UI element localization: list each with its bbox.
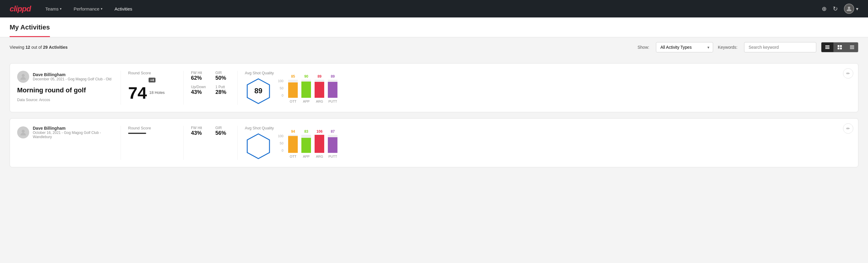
svg-rect-10 [850,48,854,48]
bar-wrapper [301,135,311,153]
bar-wrapper [315,80,324,98]
one-putt-label: 1 Putt [215,85,230,89]
user-date: December 05, 2021 - Gog Magog Golf Club … [33,77,111,81]
card-divider [121,71,121,105]
one-putt-value: 28% [215,89,230,95]
nav-items: Teams ▾ Performance ▾ Activities [40,4,812,14]
user-info: Dave Billingham October 16, 2021 - Gog M… [17,126,114,139]
nav-performance-label: Performance [74,6,99,11]
bar-value: 106 [316,129,322,134]
activity-type-filter[interactable]: All Activity Types [656,42,713,52]
bar-label: PUTT [329,155,337,158]
gir-stat: GIR 56% [215,126,230,136]
user-date: October 16, 2021 - Gog Magog Golf Club -… [33,130,114,139]
svg-point-0 [848,7,850,9]
viewing-total: 29 [43,45,48,50]
logo: clippd [10,4,31,13]
data-source: Data Source: Arccos [17,98,114,102]
bar-label: OTT [290,99,296,103]
gir-label: GIR [215,126,230,130]
stat-row-top: FW Hit 62% GIR 50% [191,71,230,81]
bar-wrapper [328,80,337,98]
bar-group: 87 PUTT [328,129,337,158]
bar-fill [315,135,324,153]
bar-value: 90 [304,74,308,79]
updown-label: Up/Down [191,85,206,89]
edit-button[interactable]: ✏ [843,123,853,134]
card-divider [183,126,184,160]
refresh-icon[interactable]: ↻ [833,5,838,12]
bar-fill [301,82,311,98]
card-divider [183,71,184,105]
score-number: 74 [128,85,147,101]
list-view-button[interactable] [822,42,834,52]
bar-fill [328,82,337,98]
view-toggles [821,42,858,52]
viewing-out-of-text: out of [31,45,42,50]
avg-quality-section: Avg Shot Quality 89 100 50 [245,71,851,105]
add-icon[interactable]: ⊕ [822,5,827,12]
activity-card: Dave Billingham December 05, 2021 - Gog … [10,63,858,112]
compact-view-button[interactable] [846,42,858,52]
nav-item-performance[interactable]: Performance ▾ [69,4,107,14]
svg-marker-16 [247,134,270,158]
updown-value: 43% [191,89,206,95]
gir-label: GIR [215,71,230,75]
svg-rect-2 [825,47,830,48]
bar-label: APP [303,155,309,158]
score-badge: +4 [149,78,155,83]
bar-value: 94 [291,129,295,134]
stats-section: FW Hit 62% GIR 50% Up/Down 43% 1 Putt 28… [191,71,230,95]
bar-label: APP [303,99,309,103]
bar-wrapper [328,135,337,153]
user-name: Dave Billingham [33,72,111,77]
svg-rect-7 [840,48,842,49]
stat-row-bottom: Up/Down 43% 1 Putt 28% [191,85,230,95]
svg-rect-4 [838,45,839,47]
nav-right: ⊕ ↻ ▾ [822,4,858,14]
grid-view-button[interactable] [834,42,846,52]
user-info: Dave Billingham December 05, 2021 - Gog … [17,71,114,83]
activities-list: Dave Billingham December 05, 2021 - Gog … [0,57,868,173]
toolbar: Viewing 12 out of 29 Activities Show: Al… [0,37,868,57]
svg-rect-9 [850,47,854,47]
svg-point-15 [22,130,25,133]
activity-type-select[interactable]: All Activity Types [656,42,713,52]
avg-quality-section: Avg Shot Quality 100 50 0 [245,126,851,160]
round-score-label: Round Score [128,126,176,130]
bar-group: 89 PUTT [328,74,337,103]
show-label: Show: [638,45,649,50]
nav-item-teams[interactable]: Teams ▾ [40,4,66,14]
page-header: My Activities [0,18,868,37]
user-name: Dave Billingham [33,126,114,130]
bar-fill [288,83,298,98]
y-axis-labels: 100 50 0 [278,79,283,103]
bar-group: 90 APP [301,74,311,103]
svg-rect-11 [850,49,854,49]
viewing-prefix: Viewing [10,45,24,50]
y-axis-labels: 100 50 0 [278,134,283,158]
bar-label: ARG [316,155,323,158]
bar-fill [315,82,324,98]
svg-rect-8 [850,46,854,46]
nav-item-activities[interactable]: Activities [110,4,137,14]
search-input[interactable] [744,42,816,52]
card-divider [121,126,121,160]
keywords-label: Keywords: [718,45,738,50]
score-holes: 18 Holes [149,90,164,95]
round-score-section: Round Score 74 +4 18 Holes [128,71,176,101]
card-left: Dave Billingham December 05, 2021 - Gog … [17,71,114,102]
stats-section: FW Hit 43% GIR 56% [191,126,230,136]
chevron-down-icon: ▾ [101,7,102,11]
gir-stat: GIR 50% [215,71,230,81]
nav-teams-label: Teams [45,6,59,11]
card-divider [237,71,238,105]
edit-button[interactable]: ✏ [843,68,853,79]
bar-group: 106 ARG [315,129,324,158]
stat-row-top: FW Hit 43% GIR 56% [191,126,230,136]
user-menu[interactable]: ▾ [844,4,858,14]
round-score-section: Round Score [128,126,176,140]
bar-fill [288,136,298,153]
bar-group: 83 APP [301,129,311,158]
bar-wrapper [288,80,298,98]
